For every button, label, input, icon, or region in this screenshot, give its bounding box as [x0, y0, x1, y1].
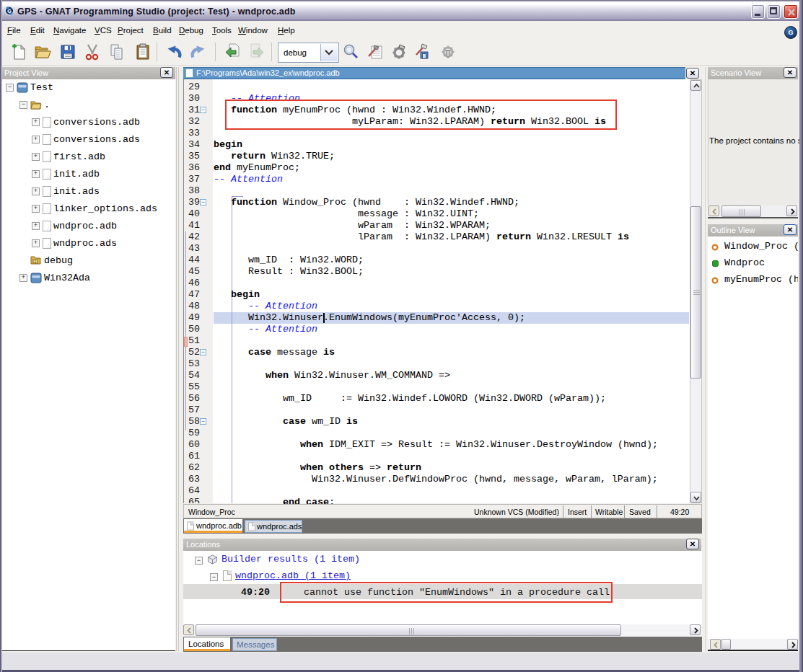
svg-text:G: G [7, 9, 12, 14]
svg-text:0: 0 [34, 260, 36, 265]
